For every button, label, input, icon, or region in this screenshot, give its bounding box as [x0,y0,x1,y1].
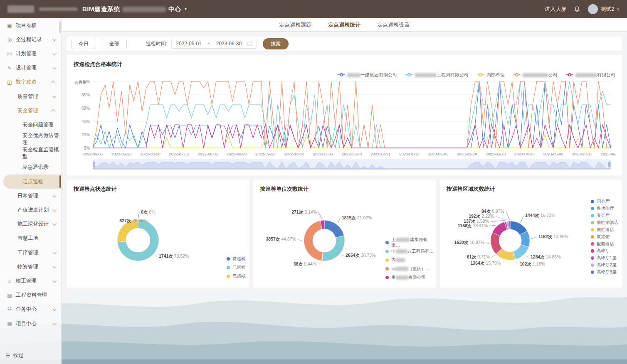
line-legend-marker [566,73,573,77]
donut-slice-company[interactable] [304,221,323,261]
donut-legend-item-0[interactable]: 国会厅 [591,198,619,205]
donut-legend-item-0[interactable]: 上建集团有限… [385,238,435,247]
sidebar-item-定点巡检[interactable]: 定点巡检 [3,175,61,189]
chevron-down-icon [52,37,57,41]
unit-donut-card: 按巡检单位次数统计 1815次21.02%2654次30.73%38次0.44%… [253,180,435,288]
sidebar-collapse-button[interactable]: ☰ 收起 [6,352,24,359]
sidebar-item-数字建造[interactable]: ◫数字建造 [0,75,61,89]
app-title[interactable]: BIM建造系统 中心 ▼ [82,5,188,13]
donut-label: 84次0.97% [481,209,504,214]
sidebar-item-安全问题管理[interactable]: 安全问题管理 [0,118,61,132]
enter-big-screen-button[interactable]: 进入大屏 [545,5,566,13]
sidebar-item-全过程记录[interactable]: ◎全过程记录 [0,32,61,47]
donut-legend-item-7[interactable]: 高峰厅 [591,247,619,254]
legend-label: 已超期 [232,273,246,279]
date-start-value[interactable]: 2022-05-01 [176,41,201,47]
all-button[interactable]: 全部 [102,39,127,49]
datazoom-handle-left [93,162,95,167]
legend-dot [227,275,230,278]
donut-legend-item-10[interactable]: 高峰厅3层 [591,268,619,275]
donut-slice-company[interactable] [322,236,345,261]
sidebar-item-日常管理[interactable]: 日常管理 [0,189,61,203]
sidebar-item-安全检查监管模型[interactable]: 安全检查监管模型 [0,146,61,160]
sidebar-item-产值进度计划[interactable]: 产值进度计划 [0,203,61,217]
svg-text:40%: 40% [81,119,90,124]
line-legend-item-0[interactable]: 一建集团有限公司 [338,72,397,78]
donut-legend-item-8[interactable]: 高峰厅1层 [591,254,619,261]
tab-定点巡检跟踪[interactable]: 定点巡检跟踪 [279,20,313,30]
tab-定点巡检统计[interactable]: 定点巡检统计 [328,20,362,30]
datazoom-slider[interactable] [93,160,611,170]
donut-legend-item-4[interactable]: 麓胜酒店 [591,226,619,233]
sidebar-item-任务中心[interactable]: ☷任务中心 [0,303,61,317]
design-icon: ✎ [7,65,12,71]
line-legend-label: 工程局有限公司 [415,72,469,78]
sidebar-item-label: 项目中心 [16,320,37,327]
donut-legend-item-2[interactable]: 已超期 [227,272,246,280]
sidebar-item-label: 工序管理 [17,249,38,256]
legend-dot [385,258,389,262]
donut-legend-item-1[interactable]: 中八工程局有… [385,247,435,256]
sidebar-item-物资管理[interactable]: 物资管理 [0,260,61,274]
svg-text:2022-06-20: 2022-06-20 [140,152,160,156]
sidebar-item-计划管理[interactable]: ▤计划管理 [0,47,61,61]
redacted-text [396,238,410,242]
sidebar-item-设计管理[interactable]: ✎设计管理 [0,61,61,75]
legend-label: 高峰厅3层 [597,269,617,275]
sidebar-scrollbar-thumb[interactable] [59,22,61,33]
sidebar-item-竣工管理[interactable]: ⌂竣工管理 [0,274,61,288]
donut-legend-item-0[interactable]: 待巡检 [227,254,246,263]
donut-slice-company[interactable] [324,220,344,238]
donut-legend-item-6[interactable]: 配套酒店 [591,240,619,247]
tab-定点巡检设置[interactable]: 定点巡检设置 [377,20,411,30]
sidebar-item-工序管理[interactable]: 工序管理 [0,246,61,260]
chevron-down-icon [52,278,57,283]
sidebar-item-安全管理[interactable]: 安全管理 [0,103,61,118]
line-legend-item-1[interactable]: 工程局有限公司 [405,72,469,78]
svg-text:2022-11-05: 2022-11-05 [313,152,333,156]
date-range-picker[interactable]: 2022-05-01 ~ 2023-06-30 [171,39,257,49]
donut-legend-item-9[interactable]: 高峰厅2层 [591,261,619,268]
donut-legend-item-5[interactable]: 展览馆 [591,233,619,240]
sidebar-item-质量管理[interactable]: 质量管理 [0,89,61,103]
legend-dot [227,266,230,269]
bell-icon[interactable] [574,6,580,12]
user-menu[interactable]: 测试2 ∨ [588,4,620,14]
donut-legend-item-2[interactable]: 内 [385,256,435,264]
line-legend-item-2[interactable]: 内部单位 [477,72,505,78]
donut-legend-item-3[interactable]: 麓胜湖酒店 [591,219,619,226]
sidebar-item-项目看板[interactable]: ▣项目看板 [0,18,61,32]
sidebar-item-安全优秀做法管理[interactable]: 安全优秀做法管理 [0,132,61,146]
chevron-down-icon [52,321,57,325]
donut-legend-item-1[interactable]: 已巡检 [227,263,246,272]
user-name: 测试2 [600,5,614,13]
line-legend-item-3[interactable]: 公司 [513,72,558,78]
legend-dot [227,257,230,261]
plan-icon: ▤ [7,51,12,57]
donut-slice-宴会厅[interactable] [513,244,528,259]
line-legend-item-4[interactable]: 有限公司 [566,72,615,78]
sidebar-item-label: 应急通讯录 [22,164,49,171]
sidebar-item-label: 物资管理 [17,263,38,271]
search-button[interactable]: 搜索 [263,38,289,49]
sidebar-item-施工深化设计[interactable]: 施工深化设计 [0,217,61,231]
donut-legend-item-4[interactable]: 重有限公司 [385,273,435,282]
donut-row: 按巡检点状态统计 0次0%1741次73.52%627次26.48%待巡检已巡检… [67,180,622,288]
sidebar-item-工程资料管理[interactable]: ▥工程资料管理 [0,288,61,303]
chevron-down-icon: ▼ [184,7,188,11]
sidebar-item-应急通讯录[interactable]: 应急通讯录 [0,160,61,175]
legend-label: 宴会厅 [597,213,610,219]
legend-dot [591,256,594,260]
donut-legend-item-2[interactable]: 宴会厅 [591,212,619,219]
chevron-down-icon [52,94,57,98]
donut-legend-item-3[interactable]: 同（重庆）… [385,264,435,273]
legend-ring [515,73,518,76]
today-button[interactable]: 今日 [71,39,96,49]
area-donut-card: 按巡检区域次数统计 1444次16.72%1182次13.68%1284次14.… [440,180,622,288]
date-end-value[interactable]: 2023-06-30 [216,41,242,47]
app-title-suffix: 中心 [168,5,181,13]
donut-legend: 国会厅多功能厅宴会厅麓胜湖酒店麓胜酒店展览馆配套酒店高峰厅高峰厅1层高峰厅2层高… [591,198,619,275]
donut-legend-item-1[interactable]: 多功能厅 [591,205,619,212]
sidebar-item-项目中心[interactable]: ▦项目中心 [0,317,61,331]
sidebar-item-智慧工地[interactable]: 智慧工地 [0,231,61,246]
